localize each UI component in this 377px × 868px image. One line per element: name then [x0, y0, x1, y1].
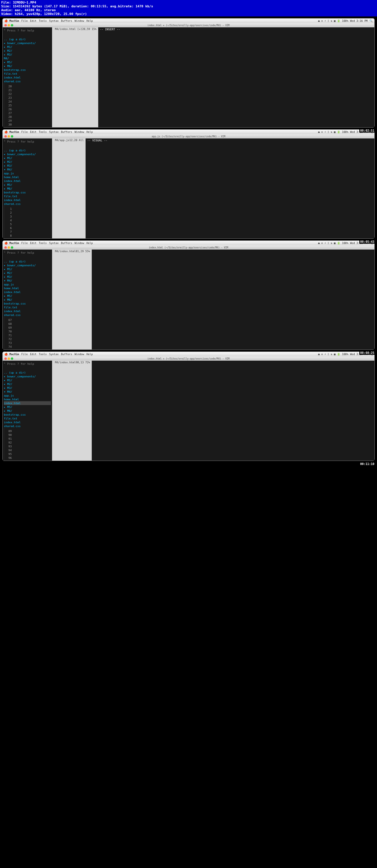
tree-item[interactable]: index.html [4, 401, 51, 405]
tree-item[interactable]: app.js [4, 282, 51, 286]
minimize-icon[interactable] [8, 24, 10, 27]
tree-item[interactable]: shared.css [4, 202, 51, 206]
menu-item-syntax[interactable]: Syntax [49, 130, 59, 133]
menu-item-buffers[interactable]: Buffers [61, 353, 72, 356]
zoom-icon[interactable] [11, 135, 13, 137]
tree-item[interactable]: ▸ M6/ [4, 64, 51, 68]
tree-item[interactable]: home.html [4, 175, 51, 179]
nerdtree-pane[interactable]: " Press ? for help.. (up a dir)▸ bower_c… [3, 250, 52, 349]
tree-item[interactable]: ▸ bower_components/ [4, 152, 51, 156]
menu-item-edit[interactable]: Edit [30, 130, 36, 133]
tree-item[interactable]: ▸ M1/ [4, 267, 51, 271]
close-icon[interactable] [4, 135, 7, 137]
tree-item[interactable]: file.txt [4, 194, 51, 198]
zoom-icon[interactable] [11, 24, 13, 27]
menu-item-edit[interactable]: Edit [30, 242, 36, 245]
tree-item[interactable]: ▸ M5/ [4, 294, 51, 298]
updir[interactable]: .. (up a dir) [4, 37, 51, 41]
app-name[interactable]: MacVim [9, 242, 19, 245]
nerdtree-pane[interactable]: " Press ? for help.. (up a dir)▸ bower_c… [3, 138, 52, 238]
tree-item[interactable]: ▸ M2/ [4, 271, 51, 275]
tree-item[interactable]: file.txt [4, 72, 51, 75]
tree-item[interactable]: ▸ M2/ [4, 49, 51, 53]
tree-item[interactable]: ▸ M1/ [4, 378, 51, 382]
tree-item[interactable]: ▸ M5/ [4, 405, 51, 409]
menu-item-edit[interactable]: Edit [30, 353, 36, 356]
zoom-icon[interactable] [11, 246, 13, 249]
tree-item[interactable]: shared.css [4, 424, 51, 428]
menu-item-window[interactable]: Window [75, 130, 84, 133]
menu-item-file[interactable]: File [22, 130, 28, 133]
app-name[interactable]: MacVim [9, 20, 19, 22]
tree-item[interactable]: ▸ M6/ [4, 409, 51, 413]
app-name[interactable]: MacVim [9, 353, 19, 356]
menu-item-tools[interactable]: Tools [39, 20, 47, 22]
tree-item[interactable]: ▸ M1/ [4, 156, 51, 160]
tree-item[interactable]: app.js [4, 394, 51, 397]
menu-item-buffers[interactable]: Buffers [61, 242, 72, 245]
tree-item[interactable]: bootstrap.css [4, 68, 51, 72]
tree-item[interactable]: home.html [4, 286, 51, 290]
menu-item-tools[interactable]: Tools [39, 242, 47, 245]
app-name[interactable]: MacVim [9, 130, 19, 133]
menu-item-help[interactable]: Help [86, 20, 93, 22]
tree-item[interactable]: index.html [4, 309, 51, 313]
tree-item[interactable]: bootstrap.css [4, 302, 51, 305]
tree-item[interactable]: index.html [4, 198, 51, 202]
tree-item[interactable]: ▾ M4/ [4, 390, 51, 394]
tree-item[interactable]: ▸ M3/ [4, 275, 51, 279]
tree-item[interactable]: ▸ M3/ [4, 53, 51, 56]
menu-item-file[interactable]: File [22, 20, 28, 22]
tree-item[interactable]: shared.css [4, 313, 51, 317]
tree-item[interactable]: home.html [4, 397, 51, 401]
spotlight-icon[interactable]: 🔍 [369, 20, 373, 22]
close-icon[interactable] [4, 24, 7, 27]
close-icon[interactable] [4, 358, 7, 360]
tree-item[interactable]: ▸ bower_components/ [4, 264, 51, 267]
menu-item-window[interactable]: Window [75, 242, 84, 245]
nerdtree-pane[interactable]: " Press ? for help.. (up a dir)▸ bower_c… [3, 361, 52, 461]
menu-item-buffers[interactable]: Buffers [61, 130, 72, 133]
tree-item[interactable]: M4/ [4, 56, 51, 60]
tree-item[interactable]: ▸ M5/ [4, 183, 51, 187]
tree-item[interactable]: ▸ bower_components/ [4, 41, 51, 45]
menu-item-window[interactable]: Window [75, 353, 84, 356]
close-icon[interactable] [4, 246, 7, 249]
minimize-icon[interactable] [8, 358, 10, 360]
tree-item[interactable]: file.txt [4, 416, 51, 420]
updir[interactable]: .. (up a dir) [4, 259, 51, 264]
menu-item-help[interactable]: Help [86, 353, 93, 356]
menu-item-syntax[interactable]: Syntax [49, 353, 59, 356]
tree-item[interactable]: ▾ M4/ [4, 167, 51, 172]
tree-item[interactable]: ▸ bower_components/ [4, 374, 51, 378]
tree-item[interactable]: bootstrap.css [4, 413, 51, 416]
updir[interactable]: .. (up a dir) [4, 371, 51, 374]
zoom-icon[interactable] [11, 358, 13, 360]
menu-item-help[interactable]: Help [86, 242, 93, 245]
menu-item-syntax[interactable]: Syntax [49, 242, 59, 245]
menu-item-window[interactable]: Window [75, 20, 84, 22]
tree-item[interactable]: index.html [4, 75, 51, 80]
minimize-icon[interactable] [8, 246, 10, 249]
tree-item[interactable]: ▸ M2/ [4, 382, 51, 386]
tree-item[interactable]: ▸ M2/ [4, 160, 51, 164]
tree-item[interactable]: app.js [4, 172, 51, 175]
menu-item-edit[interactable]: Edit [30, 20, 36, 22]
tree-item[interactable]: ▾ M4/ [4, 279, 51, 282]
tree-item[interactable]: ▸ M3/ [4, 386, 51, 390]
tree-item[interactable]: bootstrap.css [4, 190, 51, 194]
tree-item[interactable]: index.html [4, 290, 51, 294]
menu-item-buffers[interactable]: Buffers [61, 20, 72, 22]
menu-item-file[interactable]: File [22, 353, 28, 356]
menu-item-tools[interactable]: Tools [39, 353, 47, 356]
tree-item[interactable]: shared.css [4, 80, 51, 83]
tree-item[interactable]: ▸ M6/ [4, 187, 51, 190]
updir[interactable]: .. (up a dir) [4, 149, 51, 152]
tree-item[interactable]: ▸ M6/ [4, 298, 51, 302]
menu-item-help[interactable]: Help [86, 130, 93, 133]
tree-item[interactable]: ▸ M3/ [4, 164, 51, 167]
menu-item-file[interactable]: File [22, 242, 28, 245]
tree-item[interactable]: ▸ M5/ [4, 60, 51, 64]
nerdtree-pane[interactable]: " Press ? for help.. (up a dir)▸ bower_c… [3, 27, 52, 127]
tree-item[interactable]: index.html [4, 179, 51, 183]
